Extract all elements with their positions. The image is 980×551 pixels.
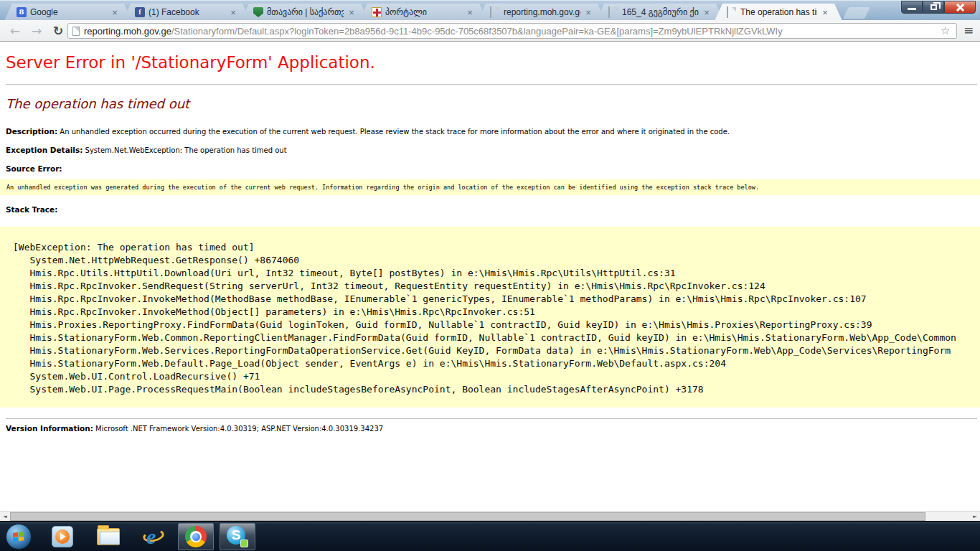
- tab-title: 165_4 გეგმიური ქირ: [622, 7, 699, 17]
- error-page: Server Error in '/StationaryForm' Applic…: [0, 42, 980, 511]
- page-title: Server Error in '/StationaryForm' Applic…: [6, 53, 375, 72]
- chrome-menu-icon[interactable]: ≡: [960, 24, 977, 38]
- tab-reporting[interactable]: reporting.moh.gov.ge ×: [478, 4, 606, 21]
- tab-165-4[interactable]: 165_4 გეგმიური ქირ ×: [596, 4, 724, 21]
- stack-trace-line: Stack Trace:: [6, 205, 974, 214]
- tab-close-icon[interactable]: ×: [702, 7, 711, 18]
- divider: [6, 84, 977, 85]
- url-host: reporting.moh.gov.ge: [84, 26, 171, 37]
- scroll-right-icon[interactable]: ►: [970, 512, 980, 522]
- tab-close-icon[interactable]: ×: [466, 7, 474, 18]
- page-icon: [72, 27, 80, 36]
- tab-close-icon[interactable]: ×: [347, 7, 356, 18]
- chrome-icon: [185, 526, 207, 547]
- exception-line: Exception Details: System.Net.WebExcepti…: [6, 146, 974, 154]
- windows-logo-icon: [13, 532, 24, 542]
- minimize-button[interactable]: [901, 1, 923, 14]
- source-error-label: Source Error:: [6, 164, 62, 173]
- tab-title: პორტალი: [385, 7, 462, 17]
- horizontal-scrollbar[interactable]: ◄ ►: [0, 511, 980, 521]
- facebook-favicon: f: [135, 7, 145, 17]
- tab-google[interactable]: 8 Google ×: [4, 4, 132, 21]
- tab-title: Google: [30, 7, 107, 17]
- tab-portali[interactable]: პორტალი ×: [359, 4, 487, 21]
- stack-trace-box: [WebException: The operation has timed o…: [0, 227, 980, 408]
- restore-button[interactable]: [923, 1, 944, 14]
- media-player-icon: [52, 526, 73, 547]
- emblem-favicon: [372, 7, 382, 17]
- close-button[interactable]: [944, 1, 976, 14]
- window-controls: [901, 1, 976, 14]
- url-path: /Stationaryform/Default.aspx?loginToken=…: [171, 26, 783, 37]
- exception-label: Exception Details:: [6, 146, 83, 154]
- shield-favicon: [253, 7, 263, 17]
- internet-explorer-icon: e: [143, 525, 166, 548]
- address-bar[interactable]: reporting.moh.gov.ge/Stationaryform/Defa…: [67, 23, 957, 39]
- close-icon: [956, 3, 964, 11]
- taskbar-item-internet-explorer[interactable]: e: [136, 523, 172, 550]
- error-subtitle: The operation has timed out: [6, 96, 189, 111]
- tab-close-icon[interactable]: ×: [584, 7, 593, 18]
- tab-close-icon[interactable]: ×: [821, 7, 829, 18]
- start-button[interactable]: [6, 524, 32, 550]
- version-text: Microsoft .NET Framework Version:4.0.303…: [95, 425, 383, 433]
- back-icon[interactable]: ←: [6, 22, 24, 39]
- source-error-box: An unhandled exception was generated dur…: [0, 179, 980, 195]
- minimize-icon: [908, 8, 916, 10]
- description-line: Description: An unhandled exception occu…: [6, 127, 974, 136]
- scroll-left-icon[interactable]: ◄: [0, 512, 10, 522]
- url-text[interactable]: reporting.moh.gov.ge/Stationaryform/Defa…: [84, 26, 936, 37]
- scrollbar-thumb[interactable]: [10, 512, 925, 521]
- taskbar-item-chrome-active[interactable]: [178, 523, 214, 550]
- exception-text: System.Net.WebException: The operation h…: [85, 146, 287, 154]
- description-text: An unhandled exception occurred during t…: [60, 128, 730, 136]
- tab-mtavari[interactable]: მთავარი | საქართვე ×: [241, 4, 369, 21]
- stack-trace-text: [WebException: The operation has timed o…: [13, 241, 980, 396]
- bookmark-star-icon[interactable]: ☆: [941, 24, 952, 37]
- restore-icon: [930, 4, 937, 10]
- taskbar-item-media-player[interactable]: [44, 523, 80, 550]
- stack-trace-label: Stack Trace:: [6, 205, 57, 214]
- tab-strip: 8 Google × f (1) Facebook × მთავარი | სა…: [4, 4, 867, 21]
- version-label: Version Information:: [6, 424, 93, 433]
- page-favicon: [727, 7, 737, 17]
- new-tab-button[interactable]: [843, 7, 870, 19]
- reload-icon[interactable]: ↻: [49, 22, 67, 39]
- source-error-line: Source Error:: [6, 164, 974, 173]
- tab-facebook[interactable]: f (1) Facebook ×: [123, 4, 250, 21]
- tab-title: მთავარი | საქართვე: [267, 7, 344, 17]
- browser-titlebar: 8 Google × f (1) Facebook × მთავარი | სა…: [0, 0, 980, 20]
- tab-close-icon[interactable]: ×: [229, 7, 237, 18]
- tab-title: The operation has tim: [740, 7, 817, 17]
- browser-toolbar: ← → ↻ reporting.moh.gov.ge/Stationaryfor…: [0, 20, 980, 42]
- desktop-screen: 8 Google × f (1) Facebook × მთავარი | სა…: [0, 0, 980, 551]
- tab-title: reporting.moh.gov.ge: [504, 7, 580, 17]
- forward-icon[interactable]: →: [27, 22, 46, 39]
- divider: [6, 418, 977, 419]
- google-favicon: 8: [17, 7, 27, 17]
- taskbar-item-skype[interactable]: S: [220, 523, 255, 550]
- skype-icon: S: [227, 526, 248, 547]
- tab-title: (1) Facebook: [149, 7, 225, 17]
- taskbar: e S ▲: [0, 521, 980, 551]
- folder-icon: [97, 528, 120, 545]
- tab-close-icon[interactable]: ×: [110, 7, 119, 18]
- description-label: Description:: [6, 127, 57, 136]
- page-favicon: [490, 7, 500, 17]
- version-line: Version Information: Microsoft .NET Fram…: [6, 424, 974, 433]
- page-favicon: [608, 7, 618, 17]
- taskbar-item-explorer[interactable]: [90, 523, 126, 550]
- tab-operation-timed-out-active[interactable]: The operation has tim ×: [715, 4, 842, 21]
